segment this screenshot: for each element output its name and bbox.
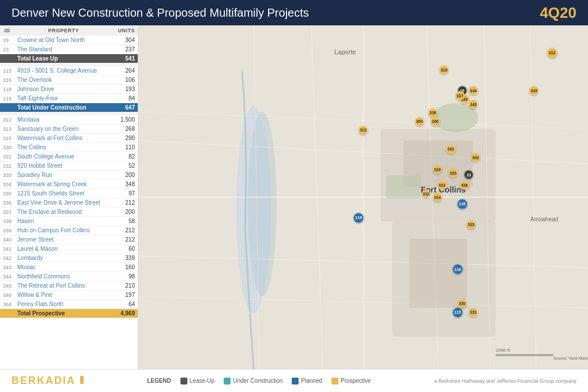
row-name: Northfield Commons — [14, 272, 112, 281]
footer-attribution: a Berkshire Hathaway and Jefferies Finan… — [434, 378, 576, 384]
row-units: 58 — [112, 217, 138, 226]
row-name: The Overlook — [14, 76, 112, 85]
row-name: Mosiac — [14, 263, 112, 272]
row-id: 19 — [0, 36, 14, 45]
legend-prospective: Prospective — [331, 378, 371, 385]
row-name: Willow & Pine — [14, 291, 112, 300]
table-row: 338 Haven 58 — [0, 217, 138, 226]
row-units: 193 — [112, 85, 138, 94]
table-row: 315 Watermark at Fort Collins 290 — [0, 134, 138, 143]
table-row: 342 Lombardy 339 — [0, 254, 138, 263]
svg-text:2000 ft: 2000 ft — [496, 348, 510, 353]
row-name: Haven — [14, 217, 112, 226]
row-units: 82 — [112, 152, 138, 161]
table-row: 334 Watermark at Spring Creek 348 — [0, 180, 138, 189]
prospective-label: Prospective — [341, 378, 371, 384]
svg-text:Fort Collins: Fort Collins — [421, 185, 466, 194]
row-id: 364 — [0, 300, 14, 309]
lease-up-dot — [180, 378, 187, 385]
svg-text:Laporte: Laporte — [334, 48, 356, 55]
table-row: 341 Laurel & Mason 60 — [0, 244, 138, 254]
col-units: UNITS — [112, 25, 138, 36]
total-units: 647 — [112, 103, 138, 112]
row-units: 52 — [112, 161, 138, 171]
row-id: 335 — [0, 189, 14, 198]
table-row: 313 Sanctuary on the Green 268 — [0, 125, 138, 134]
row-name: Hub on Campus Fort Collins — [14, 226, 112, 235]
row-name: Crowne at Old Town North — [14, 36, 112, 45]
svg-text:Source: Yardi Matrix: Source: Yardi Matrix — [553, 356, 588, 360]
row-units: 97 — [112, 189, 138, 198]
row-id: 344 — [0, 272, 14, 281]
lease-up-label: Lease-Up — [190, 378, 214, 384]
row-units: 110 — [112, 143, 138, 152]
legend-under-construction: Under Construction — [224, 378, 282, 385]
table-row: 312 Montava 1,500 — [0, 115, 138, 125]
row-units: 212 — [112, 235, 138, 244]
table-row: 344 Northfield Commons 98 — [0, 272, 138, 281]
table-row: 331 South College Avenue 82 — [0, 152, 138, 161]
col-id: ID — [0, 25, 14, 36]
row-units: 348 — [112, 180, 138, 189]
total-units: 541 — [112, 54, 138, 63]
legend: LEGEND Lease-Up Under Construction Plann… — [147, 378, 371, 385]
total-id — [0, 54, 14, 63]
row-units: 210 — [112, 281, 138, 291]
row-id: 116 — [0, 76, 14, 85]
page-title: Denver New Construction & Proposed Multi… — [12, 6, 309, 20]
planned-label: Planned — [301, 378, 322, 384]
total-id — [0, 103, 14, 112]
row-id: 331 — [0, 152, 14, 161]
row-units: 304 — [112, 36, 138, 45]
row-id: 23 — [0, 45, 14, 54]
row-id: 330 — [0, 143, 14, 152]
row-units: 98 — [112, 272, 138, 281]
legend-planned: Planned — [292, 378, 322, 385]
under-construction-label: Under Construction — [233, 378, 282, 384]
row-name: Lombardy — [14, 254, 112, 263]
row-units: 268 — [112, 125, 138, 134]
row-id: 342 — [0, 254, 14, 263]
row-id: 338 — [0, 217, 14, 226]
row-units: 64 — [112, 300, 138, 309]
table-row: 332 920 Hobbit Street 52 — [0, 161, 138, 171]
row-name: The Collins — [14, 143, 112, 152]
row-id: 339 — [0, 226, 14, 235]
row-name: East Vine Drive & Jerome Street — [14, 198, 112, 208]
row-id: 115 — [0, 66, 14, 76]
table-row: 345 The Retreat at Fort Collins 210 — [0, 281, 138, 291]
berkadia-logo-text: BERKADIA — [12, 375, 75, 386]
sidebar[interactable]: ID PROPERTY UNITS 19 Crowne at Old Town … — [0, 25, 138, 369]
table-row: 335 1215 South Shields Street 97 — [0, 189, 138, 198]
row-id: 336 — [0, 198, 14, 208]
row-name: Spradley Run — [14, 171, 112, 180]
table-row: 337 The Enclave at Redwood 200 — [0, 208, 138, 217]
row-units: 264 — [112, 66, 138, 76]
row-name: Jerome Street — [14, 235, 112, 244]
legend-title: LEGEND — [147, 378, 171, 384]
svg-point-18 — [432, 103, 478, 132]
map-svg: 2000 ft Source: Yardi Matrix Fort Collin… — [138, 25, 588, 369]
row-id: 118 — [0, 85, 14, 94]
row-id: 332 — [0, 161, 14, 171]
table-row: 336 East Vine Drive & Jerome Street 212 — [0, 198, 138, 208]
berkadia-logo: BERKADIA — [12, 375, 84, 387]
total-units: 4,969 — [112, 309, 138, 318]
footer: BERKADIA LEGEND Lease-Up Under Construct… — [0, 369, 588, 392]
row-units: 237 — [112, 45, 138, 54]
row-name: Penny Flats North — [14, 300, 112, 309]
table-row: 364 Penny Flats North 64 — [0, 300, 138, 309]
row-id: 333 — [0, 171, 14, 180]
row-name: Laurel & Mason — [14, 244, 112, 254]
row-name: The Enclave at Redwood — [14, 208, 112, 217]
row-id: 340 — [0, 235, 14, 244]
row-name: Taft Eighty-Four — [14, 94, 112, 103]
table-row: 346 Willow & Pine 197 — [0, 291, 138, 300]
main-content: ID PROPERTY UNITS 19 Crowne at Old Town … — [0, 25, 588, 369]
map-container: 2000 ft Source: Yardi Matrix Fort Collin… — [138, 25, 588, 369]
row-units: 212 — [112, 198, 138, 208]
row-name: 4919 - 5001 S. College Avenue — [14, 66, 112, 76]
row-units: 212 — [112, 226, 138, 235]
row-id: 341 — [0, 244, 14, 254]
svg-rect-19 — [386, 175, 421, 198]
